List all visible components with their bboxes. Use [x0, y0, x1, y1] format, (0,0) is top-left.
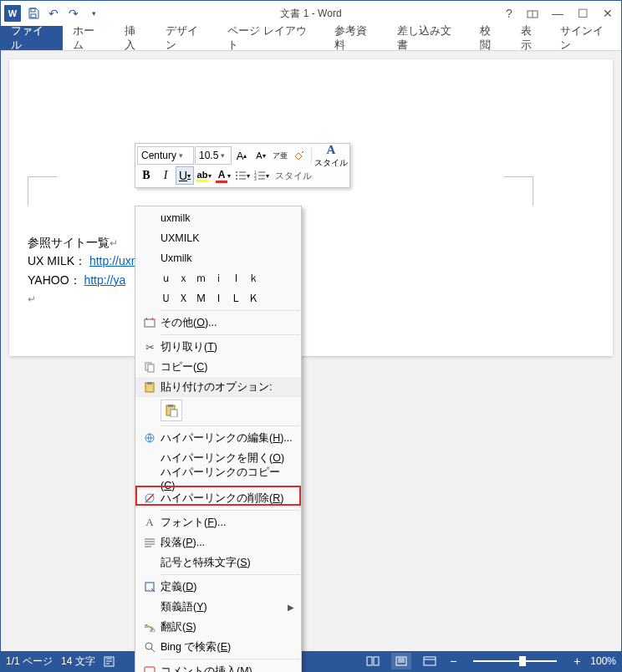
menu-copy-hyperlink[interactable]: ハイパーリンクのコピー(C)	[135, 468, 301, 488]
tab-home[interactable]: ホーム	[63, 26, 115, 50]
menu-synonyms[interactable]: 類義語(Y)▶	[135, 597, 301, 617]
paragraph-mark: ↵	[28, 293, 36, 305]
paragraph-mark: ↵	[110, 237, 118, 249]
zoom-in-button[interactable]: +	[572, 654, 582, 668]
copy-icon	[139, 361, 161, 373]
menu-separator	[161, 659, 300, 659]
ime-candidate-1[interactable]: uxmilk	[135, 208, 301, 228]
svg-point-27	[145, 643, 152, 649]
svg-rect-5	[374, 657, 379, 665]
menu-other[interactable]: その他(O)...	[135, 313, 301, 333]
menu-copy[interactable]: コピー(C)	[135, 357, 301, 377]
qat-customize[interactable]: ▾	[84, 4, 103, 23]
tab-view[interactable]: 表示	[511, 26, 552, 50]
context-menu: uxmilk UXMILK Uxmilk ｕｘｍｉｌｋ ＵＸＭＩＬＫ その他(O…	[135, 206, 302, 672]
styles-button[interactable]: A スタイル	[314, 143, 348, 169]
bold-button[interactable]: B	[137, 166, 156, 185]
margin-corner-tl	[28, 176, 57, 206]
ribbon-display-options[interactable]	[523, 3, 543, 23]
tab-file[interactable]: ファイル	[1, 26, 63, 50]
font-color-button[interactable]: A▾	[214, 166, 232, 185]
undo-button[interactable]: ↶	[44, 4, 63, 23]
phonetic-guide-button[interactable]: ア亜	[271, 146, 289, 165]
ime-candidate-3[interactable]: Uxmilk	[135, 248, 301, 268]
margin-corner-tr	[504, 176, 533, 206]
zoom-thumb[interactable]	[519, 656, 526, 666]
increase-font-button[interactable]: A▴	[232, 146, 251, 165]
read-mode-button[interactable]	[363, 653, 383, 669]
svg-point-10	[236, 178, 237, 180]
menu-symbol[interactable]: 記号と特殊文字(S)	[135, 552, 301, 573]
numbering-button[interactable]: 123▾	[252, 166, 271, 185]
menu-edit-hyperlink[interactable]: ハイパーリンクの編集(H)...	[135, 428, 301, 448]
highlight-color-button[interactable]: ab▾	[195, 166, 213, 185]
ime-candidate-2[interactable]: UXMILK	[135, 228, 301, 248]
define-icon	[139, 581, 161, 593]
svg-rect-21	[171, 410, 177, 417]
tab-insert[interactable]: 挿入	[115, 26, 156, 50]
help-button[interactable]: ?	[501, 7, 517, 20]
page-indicator[interactable]: 1/1 ページ	[6, 654, 53, 669]
menu-remove-hyperlink[interactable]: ハイパーリンクの削除(R)	[135, 488, 301, 508]
menu-separator	[161, 574, 300, 575]
menu-cut[interactable]: ✂切り取り(T)	[135, 337, 301, 357]
link-edit-icon	[139, 432, 161, 444]
menu-font[interactable]: Aフォント(F)...	[135, 512, 301, 532]
tab-layout[interactable]: ページ レイアウト	[217, 26, 324, 50]
tab-design[interactable]: デザイン	[156, 26, 217, 50]
ime-candidate-5[interactable]: ＵＸＭＩＬＫ	[135, 288, 301, 308]
menu-separator	[161, 334, 300, 335]
word-count[interactable]: 14 文字	[61, 654, 95, 669]
zoom-level[interactable]: 100%	[590, 655, 616, 667]
bullets-button[interactable]: ▾	[233, 166, 252, 185]
print-layout-button[interactable]	[391, 653, 411, 669]
styles-label-small[interactable]: スタイル	[272, 170, 315, 182]
minimize-button[interactable]: —	[548, 3, 568, 23]
tab-references[interactable]: 参考資料	[324, 26, 386, 50]
decrease-font-button[interactable]: A▾	[252, 146, 270, 165]
italic-button[interactable]: I	[156, 166, 175, 185]
proofing-button[interactable]	[104, 655, 117, 667]
font-icon: A	[139, 516, 161, 529]
menu-insert-comment[interactable]: コメントの挿入(M)	[135, 661, 301, 672]
menu-translate[interactable]: aあ翻訳(S)	[135, 617, 301, 637]
menu-separator	[161, 510, 300, 511]
menu-paste-header: 貼り付けのオプション:	[135, 377, 301, 397]
svg-rect-7	[424, 657, 436, 665]
hyperlink-yahoo[interactable]: http://ya	[84, 273, 125, 287]
svg-rect-4	[367, 657, 372, 665]
ime-candidate-4[interactable]: ｕｘｍｉｌｋ	[135, 268, 301, 288]
redo-button[interactable]: ↷	[64, 4, 83, 23]
menu-bing-search[interactable]: Bing で検索(E)	[135, 637, 301, 657]
web-layout-button[interactable]	[420, 653, 440, 669]
svg-rect-18	[147, 382, 152, 384]
document-area: 参照サイト一覧↵ UX MILK： http://uxmilk.jp↵ YAHO…	[1, 51, 621, 651]
maximize-button[interactable]: ☐	[573, 3, 593, 23]
tab-review[interactable]: 校閲	[470, 26, 511, 50]
svg-point-8	[236, 171, 237, 173]
zoom-slider[interactable]	[473, 660, 557, 662]
zoom-out-button[interactable]: −	[448, 654, 458, 668]
menu-paragraph[interactable]: 段落(P)...	[135, 532, 301, 552]
paste-keep-formatting-button[interactable]	[161, 400, 182, 421]
quick-access-toolbar: ↶ ↷ ▾	[24, 4, 103, 23]
paragraph-icon	[139, 537, 161, 547]
menu-separator	[161, 425, 300, 426]
document-page[interactable]	[9, 59, 613, 356]
tab-mailings[interactable]: 差し込み文書	[387, 26, 470, 50]
format-painter-button[interactable]	[290, 146, 308, 165]
statusbar: 1/1 ページ 14 文字 − + 100%	[1, 651, 621, 671]
underline-button[interactable]: U▾	[176, 166, 194, 185]
window-title: 文書 1 - Word	[280, 7, 341, 21]
font-family-combo[interactable]: Century▾	[137, 146, 194, 165]
sign-in-link[interactable]: サインイン	[552, 26, 621, 50]
titlebar: W ↶ ↷ ▾ 文書 1 - Word ? — ☐ ✕	[1, 1, 621, 26]
menu-define[interactable]: 定義(D)	[135, 577, 301, 597]
submenu-arrow-icon: ▶	[288, 603, 294, 612]
word-window: W ↶ ↷ ▾ 文書 1 - Word ? — ☐ ✕ ファイル ホーム 挿入 …	[0, 0, 622, 672]
paste-options-row	[135, 397, 301, 424]
save-button[interactable]	[24, 4, 43, 23]
font-size-combo[interactable]: 10.5▾	[195, 146, 232, 165]
close-button[interactable]: ✕	[598, 3, 618, 23]
mini-toolbar: Century▾ 10.5▾ A▴ A▾ ア亜 A スタイル B I U▾ ab…	[135, 143, 350, 188]
